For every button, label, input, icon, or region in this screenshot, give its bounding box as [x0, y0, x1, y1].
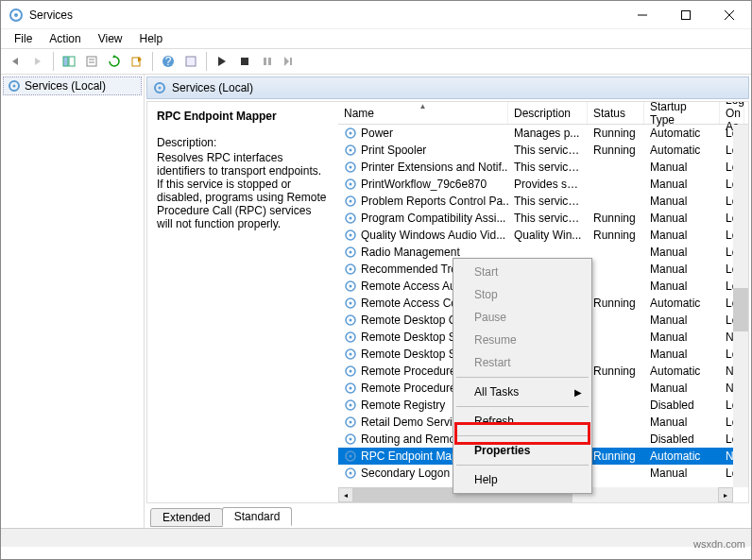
- column-startup[interactable]: Startup Type: [644, 102, 720, 124]
- gear-icon: [344, 348, 357, 361]
- svg-point-24: [350, 132, 352, 135]
- description-label: Description:: [157, 136, 329, 149]
- svg-point-46: [350, 319, 352, 322]
- ctx-stop[interactable]: Stop: [455, 283, 590, 306]
- ctx-start[interactable]: Start: [455, 261, 590, 283]
- service-name: Remote Procedure: [361, 365, 456, 378]
- menubar: File Action View Help: [1, 29, 751, 48]
- show-hide-tree-button[interactable]: [59, 51, 79, 72]
- export-button[interactable]: [127, 51, 147, 72]
- info-button[interactable]: [180, 51, 201, 72]
- svg-point-30: [350, 183, 352, 186]
- menu-help[interactable]: Help: [132, 30, 171, 47]
- statusbar: [1, 528, 751, 547]
- tree-node-services-local[interactable]: Services (Local): [3, 76, 142, 95]
- service-row[interactable]: Problem Reports Control Pa...This servic…: [338, 193, 748, 210]
- service-row[interactable]: Program Compatibility Assi...This servic…: [338, 210, 748, 227]
- ctx-separator: [456, 377, 589, 378]
- service-name: Recommended Trou: [361, 263, 464, 276]
- gear-icon: [344, 297, 357, 310]
- service-desc: This service ...: [508, 195, 588, 208]
- column-logon[interactable]: Log On As: [720, 102, 744, 124]
- column-name[interactable]: Name▲: [338, 102, 508, 124]
- ctx-properties[interactable]: Properties: [455, 439, 590, 462]
- menu-action[interactable]: Action: [42, 30, 88, 47]
- gear-icon: [344, 450, 357, 463]
- service-row[interactable]: Printer Extensions and Notif...This serv…: [338, 159, 748, 176]
- gear-icon: [344, 365, 357, 378]
- window-title: Services: [29, 8, 621, 22]
- svg-text:?: ?: [165, 55, 172, 68]
- right-pane: Services (Local) RPC Endpoint Mapper Des…: [145, 75, 751, 528]
- menu-view[interactable]: View: [91, 30, 130, 47]
- service-startup: Manual: [644, 161, 720, 174]
- service-row[interactable]: PrintWorkflow_79c6e870Provides su...Manu…: [338, 176, 748, 193]
- gear-icon: [344, 246, 357, 259]
- service-name: Power: [361, 127, 393, 140]
- svg-point-60: [350, 438, 352, 441]
- service-row[interactable]: PowerManages p...RunningAutomaticLc: [338, 125, 748, 142]
- service-name: Remote Desktop Se: [361, 331, 462, 344]
- gear-icon: [344, 178, 357, 191]
- service-startup: Manual: [644, 280, 720, 293]
- service-startup: Automatic: [644, 365, 720, 378]
- tab-standard[interactable]: Standard: [222, 507, 293, 526]
- tab-extended[interactable]: Extended: [150, 508, 223, 527]
- service-startup: Manual: [644, 178, 720, 191]
- restart-service-button[interactable]: [280, 51, 300, 72]
- service-startup: Disabled: [644, 433, 720, 446]
- pause-service-button[interactable]: [257, 51, 278, 72]
- svg-point-34: [350, 217, 352, 220]
- gear-icon: [344, 280, 357, 293]
- column-description[interactable]: Description: [508, 102, 588, 124]
- vertical-scrollbar[interactable]: [733, 125, 748, 487]
- scroll-right-button[interactable]: ▸: [718, 487, 733, 502]
- service-name: Routing and Remot: [361, 433, 458, 446]
- close-button[interactable]: [708, 1, 751, 29]
- column-headers: Name▲ Description Status Startup Type Lo…: [338, 102, 748, 125]
- svg-rect-15: [241, 58, 248, 65]
- ctx-resume[interactable]: Resume: [455, 329, 590, 351]
- service-startup: Automatic: [644, 450, 720, 463]
- toolbar-separator: [53, 52, 54, 71]
- ctx-separator: [456, 406, 589, 407]
- refresh-button[interactable]: [104, 51, 125, 72]
- help-button[interactable]: ?: [158, 51, 179, 72]
- gear-icon: [344, 212, 357, 225]
- start-service-button[interactable]: [212, 51, 232, 72]
- service-name: Secondary Logon: [361, 467, 450, 480]
- ctx-restart[interactable]: Restart: [455, 351, 590, 374]
- svg-point-48: [350, 336, 352, 339]
- scroll-left-button[interactable]: ◂: [338, 487, 353, 502]
- ctx-pause[interactable]: Pause: [455, 306, 590, 329]
- back-button[interactable]: [5, 51, 26, 72]
- svg-point-62: [350, 455, 352, 458]
- menu-file[interactable]: File: [7, 30, 40, 47]
- minimize-button[interactable]: [621, 1, 664, 29]
- svg-rect-17: [268, 58, 271, 65]
- service-startup: Manual: [644, 246, 720, 259]
- service-status: Running: [588, 212, 644, 225]
- properties-button[interactable]: [81, 51, 102, 72]
- service-row[interactable]: Print SpoolerThis service ...RunningAuto…: [338, 142, 748, 159]
- maximize-button[interactable]: [664, 1, 708, 29]
- ctx-help[interactable]: Help: [455, 468, 590, 491]
- service-name: Remote Procedure: [361, 382, 456, 395]
- tree-node-label: Services (Local): [25, 79, 106, 93]
- svg-rect-18: [290, 58, 292, 65]
- ctx-all-tasks[interactable]: All Tasks▶: [455, 381, 590, 403]
- forward-button[interactable]: [27, 51, 48, 72]
- gear-icon: [344, 195, 357, 208]
- column-status[interactable]: Status: [588, 102, 644, 124]
- context-menu: Start Stop Pause Resume Restart All Task…: [453, 258, 592, 494]
- svg-rect-7: [69, 57, 75, 66]
- svg-rect-14: [186, 57, 196, 66]
- ctx-refresh[interactable]: Refresh: [455, 410, 590, 433]
- scroll-thumb[interactable]: [733, 288, 748, 331]
- service-status: Running: [588, 365, 644, 378]
- stop-service-button[interactable]: [234, 51, 255, 72]
- gear-icon: [8, 79, 21, 93]
- service-row[interactable]: Quality Windows Audio Vid...Quality Win.…: [338, 227, 748, 244]
- svg-rect-8: [87, 57, 96, 66]
- service-startup: Disabled: [644, 399, 720, 412]
